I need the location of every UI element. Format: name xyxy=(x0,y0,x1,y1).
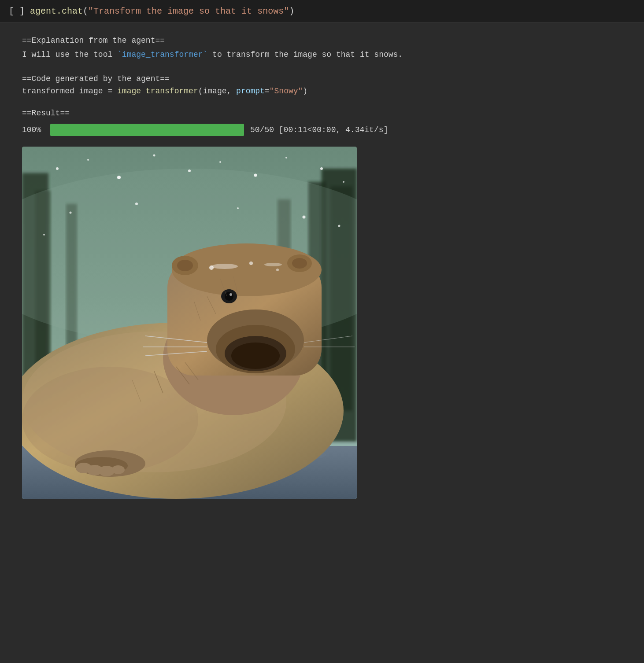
explanation-section: ==Explanation from the agent== I will us… xyxy=(22,36,622,61)
svg-point-54 xyxy=(56,167,59,170)
bracket: [ ] xyxy=(9,6,25,16)
progress-container: 100% 50/50 [00:11<00:00, 4.34it/s] xyxy=(22,124,622,136)
code-line: transformed_image = image_transformer(im… xyxy=(22,87,622,96)
command-argument: "Transform the image so that it snows" xyxy=(88,6,289,16)
command-text: agent.chat("Transform the image so that … xyxy=(30,6,294,16)
svg-point-25 xyxy=(292,258,307,269)
svg-point-72 xyxy=(276,269,279,271)
svg-point-61 xyxy=(285,157,287,158)
main-container: [ ] agent.chat("Transform the image so t… xyxy=(0,0,644,525)
svg-point-71 xyxy=(249,262,253,265)
code-section: ==Code generated by the agent== transfor… xyxy=(22,74,622,96)
svg-point-60 xyxy=(254,173,257,177)
svg-point-63 xyxy=(343,181,344,183)
svg-point-27 xyxy=(225,292,233,301)
svg-point-55 xyxy=(87,159,89,161)
svg-point-28 xyxy=(229,293,232,296)
svg-point-45 xyxy=(111,465,125,474)
explanation-header: ==Explanation from the agent== xyxy=(22,36,622,45)
command-line: [ ] agent.chat("Transform the image so t… xyxy=(0,0,644,23)
svg-point-59 xyxy=(219,161,221,163)
code-function: image_transformer xyxy=(117,87,198,96)
result-image xyxy=(22,147,357,499)
explanation-body: I will use the tool `image_transformer` … xyxy=(22,48,622,61)
svg-point-64 xyxy=(70,211,72,214)
code-header: ==Code generated by the agent== xyxy=(22,74,622,83)
progress-percent: 100% xyxy=(22,125,44,134)
svg-point-65 xyxy=(135,203,138,205)
function-name: agent.chat xyxy=(30,6,83,16)
tool-name: `image_transformer` xyxy=(117,50,207,59)
svg-point-24 xyxy=(177,260,193,271)
svg-point-56 xyxy=(117,176,121,179)
svg-point-69 xyxy=(338,225,341,227)
svg-point-66 xyxy=(237,207,239,209)
progress-bar-outer xyxy=(50,124,244,136)
svg-point-58 xyxy=(188,169,191,172)
svg-point-62 xyxy=(320,167,323,170)
code-param: prompt xyxy=(236,87,265,96)
progress-bar-inner xyxy=(50,124,244,136)
svg-point-34 xyxy=(231,343,280,369)
result-section: ==Result== 100% 50/50 [00:11<00:00, 4.34… xyxy=(22,109,622,499)
content-area: ==Explanation from the agent== I will us… xyxy=(0,23,644,525)
code-value: "Snowy" xyxy=(270,87,303,96)
capybara-svg xyxy=(22,147,357,499)
result-header: ==Result== xyxy=(22,109,622,118)
svg-point-68 xyxy=(43,234,45,236)
svg-point-67 xyxy=(303,215,306,218)
svg-point-57 xyxy=(153,154,155,156)
progress-stats: 50/50 [00:11<00:00, 4.34it/s] xyxy=(250,125,388,134)
svg-point-74 xyxy=(264,263,282,266)
svg-point-73 xyxy=(211,264,238,269)
